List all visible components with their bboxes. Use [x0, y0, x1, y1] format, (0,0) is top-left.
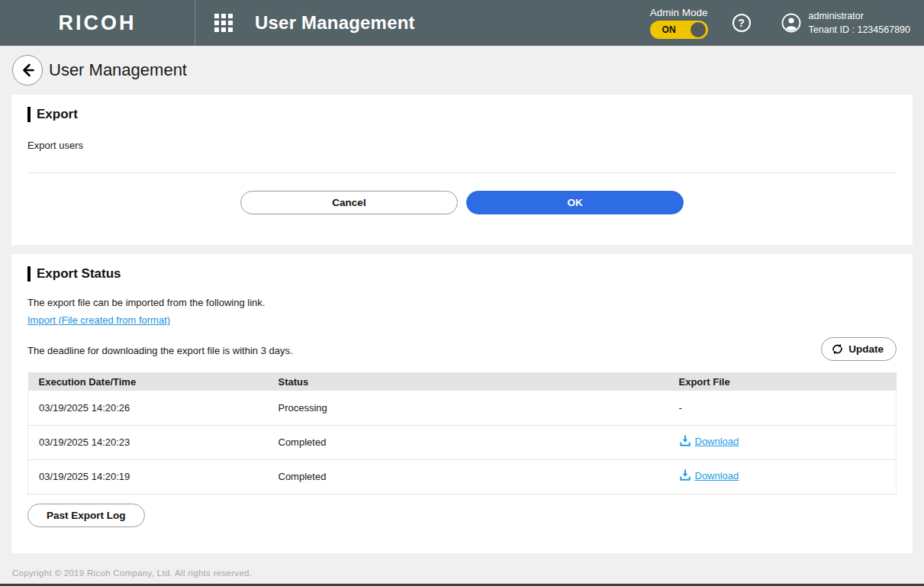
user-info: administrator Tenant ID : 1234567890	[809, 9, 910, 37]
user-block[interactable]: administrator Tenant ID : 1234567890	[781, 9, 910, 37]
column-export-file: Export File	[668, 372, 897, 391]
export-heading: Export	[27, 107, 897, 122]
download-label: Download	[695, 470, 739, 481]
back-button[interactable]	[12, 55, 43, 85]
update-button[interactable]: Update	[821, 337, 897, 361]
import-link[interactable]: Import (File created from format)	[27, 314, 170, 326]
toggle-knob-icon	[691, 22, 706, 37]
ok-button[interactable]: OK	[466, 191, 684, 214]
cell-export-file: Download	[668, 425, 897, 459]
export-status-heading: Export Status	[27, 266, 897, 282]
export-status-table: Execution Date/Time Status Export File 0…	[27, 372, 897, 494]
page-footer: Copyright © 2019 Ricoh Company, Ltd. All…	[0, 553, 924, 586]
export-status-section: Export Status The export file can be imp…	[11, 254, 913, 553]
brand-area: RICOH	[0, 0, 195, 46]
download-label: Download	[695, 436, 739, 447]
cell-status: Completed	[268, 425, 668, 459]
export-section: Export Export users Cancel OK	[11, 95, 913, 245]
help-glyph: ?	[738, 17, 745, 29]
apps-grid-icon[interactable]	[214, 14, 233, 32]
cell-execution-datetime: 03/19/2025 14:20:26	[28, 391, 268, 425]
column-execution-datetime: Execution Date/Time	[28, 372, 268, 391]
download-icon	[679, 469, 691, 481]
ricoh-logo: RICOH	[59, 11, 137, 35]
import-hint: The export file can be imported from the…	[27, 297, 897, 308]
table-row: 03/19/2025 14:20:26Processing-	[28, 391, 897, 425]
page-title-bar: User Management	[0, 46, 924, 95]
update-label: Update	[848, 343, 884, 355]
table-row: 03/19/2025 14:20:19CompletedDownload	[28, 459, 897, 494]
export-actions: Cancel OK	[27, 191, 897, 214]
table-row: 03/19/2025 14:20:23CompletedDownload	[28, 425, 897, 459]
deadline-row: The deadline for downloading the export …	[27, 337, 897, 361]
admin-mode-control: Admin Mode ON	[650, 7, 708, 39]
cancel-button[interactable]: Cancel	[240, 191, 458, 214]
app-header: RICOH User Management Admin Mode ON ?	[0, 0, 924, 46]
cell-execution-datetime: 03/19/2025 14:20:23	[28, 425, 268, 459]
past-export-log-button[interactable]: Past Export Log	[27, 504, 145, 527]
download-icon	[679, 435, 691, 447]
column-status: Status	[268, 372, 668, 391]
toggle-state-label: ON	[662, 24, 676, 35]
copyright-text: Copyright © 2019 Ricoh Company, Ltd. All…	[12, 568, 912, 578]
back-arrow-icon	[19, 62, 36, 79]
admin-mode-toggle[interactable]: ON	[650, 21, 708, 39]
page-title: User Management	[49, 60, 187, 80]
app-title: User Management	[255, 12, 415, 34]
cell-execution-datetime: 03/19/2025 14:20:19	[28, 459, 268, 494]
app-window: RICOH User Management Admin Mode ON ?	[0, 0, 924, 586]
user-avatar-icon	[781, 13, 801, 33]
cell-export-file: -	[668, 391, 897, 425]
deadline-note: The deadline for downloading the export …	[27, 345, 293, 361]
username: administrator	[809, 9, 910, 23]
divider	[27, 172, 897, 173]
cell-export-file: Download	[668, 459, 897, 494]
tenant-id: Tenant ID : 1234567890	[809, 23, 910, 37]
admin-mode-label: Admin Mode	[650, 7, 708, 18]
download-link[interactable]: Download	[679, 469, 739, 481]
cell-status: Processing	[268, 391, 668, 425]
export-table-body: 03/19/2025 14:20:26Processing-03/19/2025…	[28, 391, 897, 494]
export-description: Export users	[27, 140, 897, 151]
download-link[interactable]: Download	[679, 435, 739, 447]
refresh-icon	[831, 343, 844, 356]
table-header: Execution Date/Time Status Export File	[28, 372, 897, 391]
help-icon[interactable]: ?	[732, 14, 751, 32]
cell-status: Completed	[268, 459, 668, 494]
header-right: Admin Mode ON ? administrator Tenant ID …	[650, 7, 924, 39]
